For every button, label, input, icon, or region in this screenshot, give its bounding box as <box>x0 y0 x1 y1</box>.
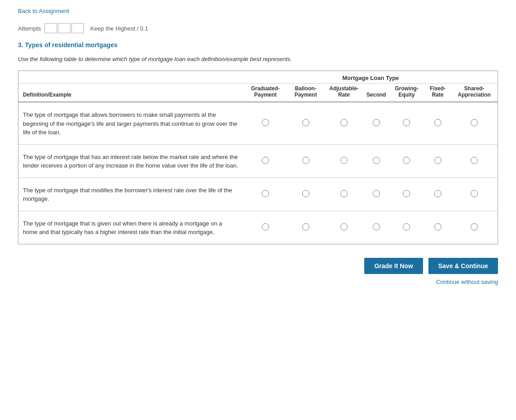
row-2-radio-fixed[interactable] <box>425 144 451 177</box>
keep-highest-label: Keep the Highest / 0.1 <box>90 25 148 32</box>
row-1-radio-graduated[interactable] <box>244 102 287 144</box>
attempts-boxes <box>44 23 84 33</box>
back-to-assignment-link[interactable]: Back to Assignment <box>18 8 69 14</box>
radio-row2-adjustable[interactable] <box>340 157 348 164</box>
bottom-buttons-group: Grade It Now Save & Continue <box>364 258 498 274</box>
table-row: The type of mortgage that modifies the b… <box>18 177 498 211</box>
radio-row4-shared[interactable] <box>471 223 478 230</box>
col-header-growing: Growing-Equity <box>388 84 424 102</box>
row-1-radio-adjustable[interactable] <box>324 102 364 144</box>
col-header-balloon: Balloon-Payment <box>287 84 324 102</box>
radio-row4-second[interactable] <box>373 223 380 230</box>
attempts-row: Attempts Keep the Highest / 0.1 <box>18 23 498 33</box>
row-2-definition: The type of mortgage that has an interes… <box>18 144 244 177</box>
mortgage-table-wrapper: Mortgage Loan Type Definition/Example Gr… <box>18 71 498 244</box>
radio-row2-fixed[interactable] <box>434 157 441 164</box>
instructions-text: Use the following table to determine whi… <box>18 56 498 62</box>
col-header-fixed: Fixed-Rate <box>425 84 451 102</box>
radio-row3-graduated[interactable] <box>262 190 269 197</box>
col-header-graduated: Graduated-Payment <box>244 84 287 102</box>
bottom-actions: Grade It Now Save & Continue Continue wi… <box>18 258 498 285</box>
row-4-radio-graduated[interactable] <box>244 211 287 244</box>
radio-row3-growing[interactable] <box>403 190 410 197</box>
radio-row3-fixed[interactable] <box>434 190 441 197</box>
row-4-radio-fixed[interactable] <box>425 211 451 244</box>
table-col-header-row: Definition/Example Graduated-Payment Bal… <box>18 84 498 102</box>
mortgage-loan-type-header: Mortgage Loan Type <box>244 71 498 84</box>
radio-row4-growing[interactable] <box>403 223 410 230</box>
row-3-radio-second[interactable] <box>364 177 388 211</box>
radio-row2-growing[interactable] <box>403 157 410 164</box>
row-1-definition: The type of mortgage that allows borrowe… <box>18 102 244 144</box>
attempts-label: Attempts <box>18 25 41 32</box>
row-4-radio-shared[interactable] <box>451 211 498 244</box>
row-4-radio-balloon[interactable] <box>287 211 324 244</box>
question-title-text: Types of residential mortgages <box>25 41 118 49</box>
radio-row3-balloon[interactable] <box>302 190 309 197</box>
radio-row3-adjustable[interactable] <box>340 190 348 197</box>
row-1-radio-balloon[interactable] <box>287 102 324 144</box>
continue-without-saving-link[interactable]: Continue without saving <box>436 279 498 285</box>
mortgage-table: Mortgage Loan Type Definition/Example Gr… <box>18 71 498 244</box>
radio-row1-fixed[interactable] <box>434 119 441 126</box>
radio-row1-shared[interactable] <box>471 119 478 126</box>
row-4-definition: The type of mortgage that is given out w… <box>18 211 244 244</box>
row-2-radio-graduated[interactable] <box>244 144 287 177</box>
attempts-box-3 <box>71 23 84 33</box>
row-3-radio-graduated[interactable] <box>244 177 287 211</box>
col-header-second: Second <box>364 84 388 102</box>
col-header-adjustable: Adjustable-Rate <box>324 84 364 102</box>
row-2-radio-balloon[interactable] <box>287 144 324 177</box>
row-3-definition: The type of mortgage that modifies the b… <box>18 177 244 211</box>
radio-row1-balloon[interactable] <box>302 119 309 126</box>
radio-row1-growing[interactable] <box>403 119 410 126</box>
def-header-spacer <box>18 71 244 84</box>
attempts-box-1 <box>44 23 57 33</box>
table-row: The type of mortgage that allows borrowe… <box>18 102 498 144</box>
table-row: The type of mortgage that is given out w… <box>18 211 498 244</box>
grade-it-now-button[interactable]: Grade It Now <box>364 258 423 274</box>
row-3-radio-fixed[interactable] <box>425 177 451 211</box>
radio-row4-adjustable[interactable] <box>340 223 348 230</box>
col-header-definition: Definition/Example <box>18 84 244 102</box>
row-1-radio-second[interactable] <box>364 102 388 144</box>
row-4-radio-growing[interactable] <box>388 211 424 244</box>
row-1-radio-growing[interactable] <box>388 102 424 144</box>
radio-row2-graduated[interactable] <box>262 157 269 164</box>
row-2-radio-second[interactable] <box>364 144 388 177</box>
radio-row1-second[interactable] <box>373 119 380 126</box>
radio-row2-balloon[interactable] <box>302 157 309 164</box>
radio-row4-balloon[interactable] <box>302 223 309 230</box>
row-3-radio-adjustable[interactable] <box>324 177 364 211</box>
row-3-radio-balloon[interactable] <box>287 177 324 211</box>
table-row: The type of mortgage that has an interes… <box>18 144 498 177</box>
row-2-radio-adjustable[interactable] <box>324 144 364 177</box>
col-header-shared: Shared-Appreciation <box>451 84 498 102</box>
row-4-radio-adjustable[interactable] <box>324 211 364 244</box>
radio-row1-graduated[interactable] <box>262 119 269 126</box>
row-4-radio-second[interactable] <box>364 211 388 244</box>
attempts-box-2 <box>58 23 71 33</box>
radio-row4-graduated[interactable] <box>262 223 269 230</box>
radio-row3-shared[interactable] <box>471 190 478 197</box>
row-2-radio-shared[interactable] <box>451 144 498 177</box>
table-group-header-row: Mortgage Loan Type <box>18 71 498 84</box>
radio-row3-second[interactable] <box>373 190 380 197</box>
radio-row2-second[interactable] <box>373 157 380 164</box>
question-number: 3. <box>18 41 23 49</box>
row-3-radio-growing[interactable] <box>388 177 424 211</box>
row-1-radio-shared[interactable] <box>451 102 498 144</box>
radio-row1-adjustable[interactable] <box>340 119 348 126</box>
radio-row4-fixed[interactable] <box>434 223 441 230</box>
question-title: 3. Types of residential mortgages <box>18 41 498 49</box>
row-3-radio-shared[interactable] <box>451 177 498 211</box>
row-2-radio-growing[interactable] <box>388 144 424 177</box>
radio-row2-shared[interactable] <box>471 157 478 164</box>
row-1-radio-fixed[interactable] <box>425 102 451 144</box>
save-continue-button[interactable]: Save & Continue <box>428 258 498 274</box>
